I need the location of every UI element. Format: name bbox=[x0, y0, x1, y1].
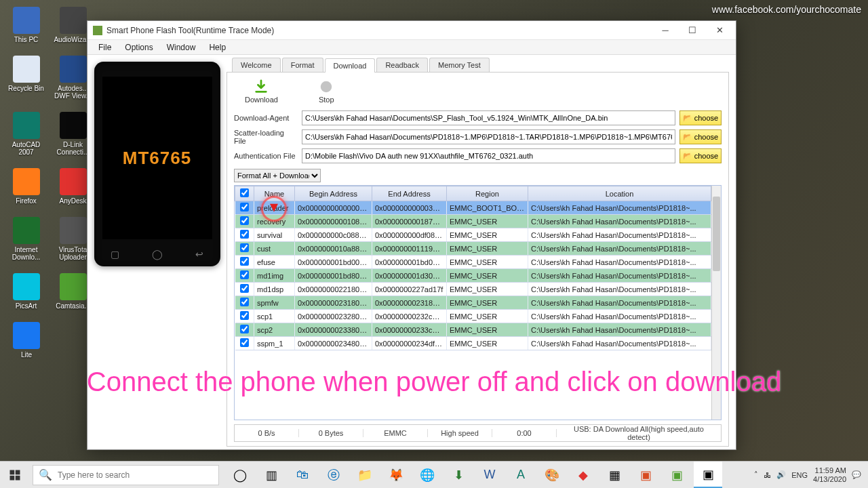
status-bar: 0 B/s 0 Bytes EMMC High speed 0:00 USB: … bbox=[234, 424, 722, 442]
download-button[interactable]: Download bbox=[245, 79, 278, 104]
autocad-tb-icon[interactable]: A bbox=[507, 462, 535, 488]
row-checkbox[interactable] bbox=[240, 298, 249, 306]
menu-file[interactable]: File bbox=[92, 43, 118, 52]
header-region[interactable]: Region bbox=[447, 186, 528, 201]
tab-download[interactable]: Download bbox=[325, 58, 376, 73]
tab-memory-test[interactable]: Memory Test bbox=[429, 58, 490, 72]
desktop-icon[interactable]: Lite bbox=[5, 322, 47, 359]
header-begin[interactable]: Begin Address bbox=[295, 186, 372, 201]
task-view-icon[interactable]: ▥ bbox=[257, 462, 285, 488]
desktop-icon[interactable]: This PC bbox=[5, 7, 47, 43]
tab-readback[interactable]: Readback bbox=[376, 58, 428, 72]
firefox-tb-icon[interactable]: 🦊 bbox=[382, 462, 410, 488]
anydesk-tb-icon[interactable]: ◆ bbox=[569, 462, 597, 488]
header-checkbox[interactable] bbox=[235, 186, 254, 201]
tray-up-icon[interactable]: ˄ bbox=[754, 470, 758, 479]
tray-volume-icon[interactable]: 🔊 bbox=[776, 470, 786, 479]
maximize-button[interactable]: ☐ bbox=[679, 23, 706, 38]
row-checkbox[interactable] bbox=[240, 311, 249, 320]
table-row[interactable]: efuse0x000000001bd000000x000000001bd001f… bbox=[235, 256, 711, 269]
menu-window[interactable]: Window bbox=[160, 43, 203, 52]
da-choose-button[interactable]: 📂 choose bbox=[679, 110, 722, 125]
phone-mockup: MT6765 ▢ ◯ ↩ bbox=[94, 62, 220, 266]
store-icon[interactable]: 🛍 bbox=[288, 462, 317, 488]
phone-menu-icon: ▢ bbox=[111, 249, 119, 260]
app-icon bbox=[93, 26, 102, 35]
table-row[interactable]: scp20x00000000233800000x00000000233c2fef… bbox=[235, 323, 711, 337]
row-checkbox[interactable] bbox=[240, 270, 249, 279]
search-input[interactable] bbox=[58, 470, 213, 480]
titlebar[interactable]: Smart Phone Flash Tool(Runtime Trace Mod… bbox=[87, 21, 736, 40]
row-checkbox[interactable] bbox=[240, 243, 249, 252]
tray-notifications-icon[interactable]: 💬 bbox=[852, 470, 861, 479]
flashtool-tb-icon[interactable]: ▣ bbox=[694, 462, 722, 488]
chrome-icon[interactable]: 🌐 bbox=[413, 462, 441, 488]
row-checkbox[interactable] bbox=[240, 325, 249, 333]
desktop-icon[interactable]: AutoCAD 2007 bbox=[5, 112, 47, 156]
menu-help[interactable]: Help bbox=[202, 43, 233, 52]
app1-icon[interactable]: ▦ bbox=[600, 462, 629, 488]
scatter-choose-button[interactable]: 📂 choose bbox=[679, 129, 722, 144]
row-checkbox[interactable] bbox=[240, 284, 249, 293]
auth-choose-button[interactable]: 📂 choose bbox=[679, 148, 722, 163]
row-checkbox[interactable] bbox=[240, 338, 249, 347]
header-name[interactable]: Name bbox=[254, 186, 295, 201]
table-row[interactable]: spmfw0x00000000231800000x0000000023186d8… bbox=[235, 296, 711, 310]
start-button[interactable] bbox=[0, 462, 30, 488]
camtasia-tb-icon[interactable]: ▣ bbox=[663, 462, 691, 488]
system-tray[interactable]: ˄ 🖧 🔊 ENG 11:59 AM 4/13/2020 💬 bbox=[747, 466, 868, 483]
desktop-icon[interactable]: Internet Downlo... bbox=[5, 217, 47, 261]
header-location[interactable]: Location bbox=[528, 186, 711, 201]
table-row[interactable]: survival0x000000000c0880000x000000000df0… bbox=[235, 228, 711, 242]
flash-tool-window: Smart Phone Flash Tool(Runtime Trace Mod… bbox=[87, 20, 736, 450]
tab-welcome[interactable]: Welcome bbox=[232, 58, 281, 72]
table-row[interactable]: md1img0x000000001bd800000x000000001d3080… bbox=[235, 269, 711, 283]
download-mode-select[interactable]: Format All + Download bbox=[234, 169, 321, 182]
stop-icon bbox=[319, 79, 334, 94]
taskbar-search[interactable]: 🔍 bbox=[33, 465, 219, 485]
paint-icon[interactable]: 🎨 bbox=[538, 462, 566, 488]
download-tab-body: Download Stop Download-Agent 📂 choose Sc… bbox=[226, 72, 729, 447]
phone-chip-label: MT6765 bbox=[123, 148, 191, 169]
table-row[interactable]: scp10x00000000232800000x00000000232c2fef… bbox=[235, 310, 711, 323]
table-row[interactable]: preloader0x00000000000000000x00000000000… bbox=[235, 201, 711, 215]
desktop-icons: This PCAudioWiza...Recycle BinAutodes...… bbox=[5, 7, 94, 359]
svg-rect-3 bbox=[10, 475, 15, 480]
taskbar-apps: ◯ ▥ 🛍 ⓔ 📁 🦊 🌐 ⬇ W A 🎨 ◆ ▦ ▣ ▣ ▣ bbox=[226, 462, 747, 488]
word-icon[interactable]: W bbox=[475, 462, 504, 488]
row-checkbox[interactable] bbox=[240, 257, 249, 266]
da-input[interactable] bbox=[302, 110, 675, 125]
explorer-icon[interactable]: 📁 bbox=[351, 462, 379, 488]
table-row[interactable]: sspm_10x00000000234800000x00000000234dfc… bbox=[235, 337, 711, 350]
tray-network-icon[interactable]: 🖧 bbox=[764, 471, 771, 479]
close-button[interactable]: ✕ bbox=[706, 23, 733, 38]
da-label: Download-Agent bbox=[234, 114, 298, 122]
table-row[interactable]: cust0x0000000010a880000x0000000011199c68… bbox=[235, 242, 711, 256]
scatter-label: Scatter-loading File bbox=[234, 129, 298, 145]
tab-format[interactable]: Format bbox=[282, 58, 323, 72]
auth-input[interactable] bbox=[302, 148, 675, 163]
header-end[interactable]: End Address bbox=[372, 186, 447, 201]
desktop-icon[interactable]: Recycle Bin bbox=[5, 56, 47, 100]
cortana-icon[interactable]: ◯ bbox=[226, 462, 254, 488]
row-checkbox[interactable] bbox=[240, 203, 249, 211]
desktop-icon[interactable]: Firefox bbox=[5, 168, 47, 205]
auth-label: Authentication File bbox=[234, 152, 298, 160]
table-row[interactable]: recovery0x00000000001080000x000000000187… bbox=[235, 215, 711, 228]
tray-clock[interactable]: 11:59 AM 4/13/2020 bbox=[813, 466, 846, 483]
idm-icon[interactable]: ⬇ bbox=[444, 462, 473, 488]
app2-icon[interactable]: ▣ bbox=[631, 462, 660, 488]
tray-lang-icon[interactable]: ENG bbox=[791, 471, 808, 479]
edge-icon[interactable]: ⓔ bbox=[319, 462, 348, 488]
menu-options[interactable]: Options bbox=[118, 43, 159, 52]
table-scrollbar[interactable] bbox=[711, 186, 721, 420]
desktop-icon[interactable]: PicsArt bbox=[5, 273, 47, 310]
scatter-input[interactable] bbox=[302, 129, 675, 144]
phone-preview-pane: MT6765 ▢ ◯ ↩ bbox=[87, 55, 226, 449]
stop-button[interactable]: Stop bbox=[319, 79, 334, 104]
row-checkbox[interactable] bbox=[240, 216, 249, 225]
minimize-button[interactable]: ─ bbox=[652, 23, 679, 38]
taskbar: 🔍 ◯ ▥ 🛍 ⓔ 📁 🦊 🌐 ⬇ W A 🎨 ◆ ▦ ▣ ▣ ▣ ˄ 🖧 🔊 … bbox=[0, 461, 868, 488]
row-checkbox[interactable] bbox=[240, 230, 249, 239]
table-row[interactable]: md1dsp0x00000000221800000x0000000227ad17… bbox=[235, 283, 711, 296]
